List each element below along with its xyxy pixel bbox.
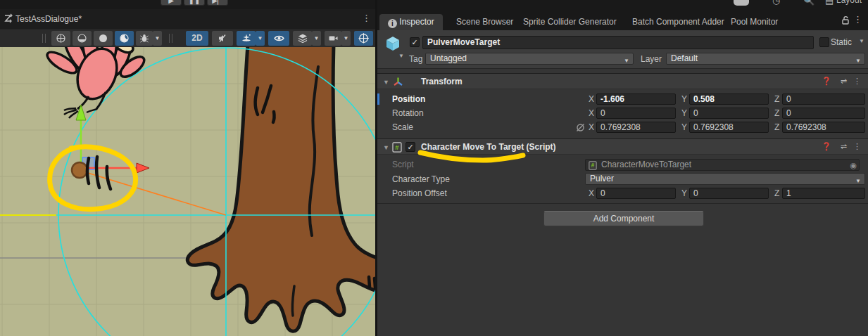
foldout-arrow-icon[interactable]: ▼ <box>383 144 389 151</box>
layer-value: Default <box>671 53 698 63</box>
pause-button[interactable]: ❚❚ <box>184 0 205 6</box>
component-menu-icon[interactable]: ⋮ <box>853 142 861 151</box>
help-icon[interactable]: ❓ <box>822 142 831 151</box>
offset-z-field[interactable]: 1 <box>782 188 865 199</box>
transform-header[interactable]: ▼ Transform ❓ ⇌ ⋮ <box>377 73 868 89</box>
scene-camera-button[interactable] <box>325 31 341 46</box>
step-button[interactable]: ▶▏ <box>207 0 228 6</box>
layers-button[interactable] <box>293 31 312 46</box>
gizmos-button[interactable] <box>354 31 373 46</box>
tab-pool-monitor[interactable]: Pool Monitor <box>722 14 786 30</box>
shading-solid-button[interactable] <box>94 31 113 46</box>
layout-dropdown[interactable]: Layout ▼ <box>836 0 868 9</box>
scale-y-field[interactable]: 0.7692308 <box>689 122 769 133</box>
static-flags-caret[interactable]: ▼ <box>859 38 864 44</box>
effects-caret[interactable]: ▼ <box>256 31 265 46</box>
object-picker-icon[interactable]: ◉ <box>850 160 857 171</box>
tab-label: Batch Component Adder <box>632 17 724 27</box>
axis-x-label: X <box>589 108 594 118</box>
chevron-down-icon: ▼ <box>344 35 349 41</box>
check-icon: ✓ <box>407 143 413 151</box>
tab-scene-browser[interactable]: Scene Browser <box>448 14 522 30</box>
target-dot-sprite[interactable] <box>72 162 87 178</box>
search-icon[interactable]: 🔍 <box>803 0 814 6</box>
scale-x-field[interactable]: 0.7692308 <box>596 122 676 133</box>
history-icon[interactable]: ◷ <box>772 0 780 6</box>
position-z-field[interactable]: 0 <box>782 93 865 105</box>
csharp-script-icon: # <box>392 142 402 153</box>
tab-inspector[interactable]: i Inspector <box>379 14 443 30</box>
pane-splitter[interactable] <box>375 0 377 336</box>
effects-toggle-button[interactable] <box>237 31 256 46</box>
unlinked-scale-icon[interactable] <box>576 123 585 132</box>
shading-wireframe-button[interactable] <box>51 31 70 46</box>
chevron-down-icon[interactable]: ▼ <box>398 53 404 59</box>
inspector-pane: i Inspector Scene Browser Sprite Collide… <box>377 9 868 336</box>
rotation-x-field[interactable]: 0 <box>596 108 676 119</box>
axis-y-label: Y <box>681 94 687 104</box>
scene-pane-menu-icon[interactable]: ⋮ <box>362 13 371 23</box>
shading-shaded-button[interactable] <box>115 31 134 46</box>
toolbar-drag-handle[interactable] <box>42 34 46 43</box>
script-object-field[interactable]: # CharacterMoveToTarget ◉ <box>585 159 860 171</box>
scene-canvas[interactable] <box>0 47 375 336</box>
toolbar-drag-handle[interactable] <box>169 34 172 43</box>
script-row: Script # CharacterMoveToTarget ◉ <box>377 157 868 172</box>
tab-batch-component-adder[interactable]: Batch Component Adder <box>624 14 733 30</box>
script-component-header[interactable]: ▼ # ✓ Character Move To Target (Script) … <box>377 138 868 155</box>
component-menu-icon[interactable]: ⋮ <box>853 77 861 86</box>
cloud-icon[interactable] <box>734 0 749 6</box>
layout-grid-icon[interactable]: ▤ <box>825 0 834 6</box>
tag-dropdown[interactable]: Untagged ▼ <box>425 53 634 65</box>
prefab-override-bar <box>377 93 379 105</box>
presets-icon[interactable]: ⇌ <box>841 77 847 86</box>
axis-y-label: Y <box>681 188 687 198</box>
solid-sphere-icon <box>98 31 108 46</box>
gizmo-orbit-icon <box>358 31 370 46</box>
csharp-script-icon: # <box>589 161 597 170</box>
offset-y-field[interactable]: 0 <box>689 188 769 199</box>
offset-x-field[interactable]: 0 <box>596 188 676 199</box>
chevron-down-icon: ▼ <box>314 35 320 41</box>
rotation-y-field[interactable]: 0 <box>689 108 769 119</box>
rotation-z-field[interactable]: 0 <box>782 108 865 119</box>
audio-toggle-button[interactable] <box>212 31 233 46</box>
add-component-button[interactable]: Add Component <box>543 211 704 226</box>
static-checkbox[interactable] <box>819 37 829 47</box>
layers-caret[interactable]: ▼ <box>312 31 321 46</box>
scene-toolbar: ▼ 2D ▼ ▼ ▼ <box>0 29 375 47</box>
layer-dropdown[interactable]: Default ▼ <box>666 53 865 65</box>
component-enabled-checkbox[interactable]: ✓ <box>405 142 415 152</box>
scene-tab-title[interactable]: TestAssDialogue* <box>15 14 82 24</box>
active-checkbox[interactable]: ✓ <box>410 37 420 47</box>
gameobject-name-field[interactable]: PulverMoveTarget <box>422 36 814 49</box>
character-type-row: Character Type Pulver ▼ <box>377 172 868 186</box>
character-type-dropdown[interactable]: Pulver ▼ <box>585 173 865 185</box>
scene-camera-caret[interactable]: ▼ <box>341 31 351 46</box>
tab-sprite-collider-generator[interactable]: Sprite Collider Generator <box>515 14 625 30</box>
foldout-arrow-icon[interactable]: ▼ <box>383 79 389 86</box>
play-button[interactable]: ▶ <box>161 0 182 6</box>
axis-z-label: Z <box>774 188 779 198</box>
debug-draw-mode-button[interactable] <box>136 31 153 46</box>
position-y-field[interactable]: 0.508 <box>689 93 769 105</box>
inspector-menu-icon[interactable]: ⋮ <box>853 14 862 25</box>
axis-x-label: X <box>589 188 594 198</box>
layer-label: Layer <box>641 54 662 64</box>
shading-shaded-wireframe-button[interactable] <box>73 31 92 46</box>
character-type-value: Pulver <box>590 174 614 183</box>
chevron-down-icon: ▼ <box>855 56 861 66</box>
help-icon[interactable]: ❓ <box>822 77 831 86</box>
play-icon: ▶ <box>168 0 174 4</box>
gameobject-header: ▼ ✓ PulverMoveTarget Static ▼ Tag Untagg… <box>377 30 868 69</box>
chevron-down-icon: ▼ <box>836 8 842 9</box>
scale-z-field[interactable]: 0.7692308 <box>782 122 865 133</box>
presets-icon[interactable]: ⇌ <box>841 142 847 151</box>
debug-draw-mode-caret[interactable]: ▼ <box>153 31 162 46</box>
axis-z-label: Z <box>774 94 779 104</box>
position-x-field[interactable]: -1.606 <box>596 93 676 105</box>
prefab-cube-icon[interactable] <box>384 35 401 52</box>
scene-visibility-button[interactable] <box>268 31 289 46</box>
lock-icon[interactable] <box>841 15 850 25</box>
2d-toggle-button[interactable]: 2D <box>186 31 208 46</box>
